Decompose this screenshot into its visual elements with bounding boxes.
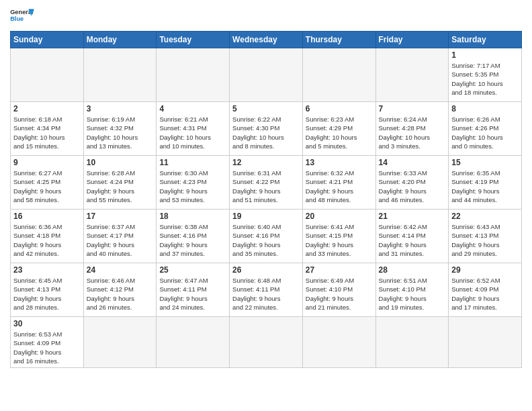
calendar-cell [157,48,230,102]
calendar-cell [302,317,375,368]
calendar-cell: 20Sunrise: 6:41 AM Sunset: 4:15 PM Dayli… [302,210,375,263]
day-info: Sunrise: 6:41 AM Sunset: 4:15 PM Dayligh… [306,222,373,258]
header: General Blue [10,7,522,27]
calendar-cell [83,48,157,102]
day-info: Sunrise: 6:32 AM Sunset: 4:21 PM Dayligh… [306,169,373,204]
day-info: Sunrise: 6:47 AM Sunset: 4:11 PM Dayligh… [159,276,226,312]
day-number: 12 [232,158,300,167]
calendar-cell: 24Sunrise: 6:46 AM Sunset: 4:12 PM Dayli… [83,263,157,317]
day-number: 21 [379,212,446,221]
calendar-cell: 11Sunrise: 6:30 AM Sunset: 4:23 PM Dayli… [157,156,230,210]
day-number: 14 [379,158,446,167]
day-number: 3 [87,104,154,113]
logo: General Blue [10,7,34,27]
day-number: 7 [379,104,446,113]
calendar-cell: 21Sunrise: 6:42 AM Sunset: 4:14 PM Dayli… [375,210,449,263]
day-info: Sunrise: 6:30 AM Sunset: 4:23 PM Dayligh… [159,169,226,204]
calendar-week-3: 16Sunrise: 6:36 AM Sunset: 4:18 PM Dayli… [11,210,522,263]
day-number: 18 [159,212,226,221]
day-info: Sunrise: 6:37 AM Sunset: 4:17 PM Dayligh… [87,222,154,258]
calendar-cell: 13Sunrise: 6:32 AM Sunset: 4:21 PM Dayli… [302,156,375,210]
day-info: Sunrise: 6:35 AM Sunset: 4:19 PM Dayligh… [451,169,519,204]
calendar-cell: 1Sunrise: 7:17 AM Sunset: 5:35 PM Daylig… [449,48,522,102]
day-number: 24 [87,265,154,275]
calendar-cell [230,48,303,102]
calendar-cell: 15Sunrise: 6:35 AM Sunset: 4:19 PM Dayli… [449,156,522,210]
day-number: 11 [159,158,226,167]
svg-text:Blue: Blue [10,15,24,22]
calendar-cell: 29Sunrise: 6:52 AM Sunset: 4:09 PM Dayli… [449,263,522,317]
day-number: 6 [306,104,373,113]
day-info: Sunrise: 6:26 AM Sunset: 4:26 PM Dayligh… [451,115,519,150]
day-info: Sunrise: 6:24 AM Sunset: 4:28 PM Dayligh… [379,115,446,150]
col-header-monday: Monday [83,32,157,48]
day-info: Sunrise: 6:31 AM Sunset: 4:22 PM Dayligh… [232,169,300,204]
day-number: 15 [451,158,519,167]
col-header-sunday: Sunday [11,32,84,48]
day-info: Sunrise: 6:46 AM Sunset: 4:12 PM Dayligh… [87,276,154,312]
day-info: Sunrise: 6:48 AM Sunset: 4:11 PM Dayligh… [232,276,300,312]
calendar-week-0: 1Sunrise: 7:17 AM Sunset: 5:35 PM Daylig… [11,48,522,102]
calendar-table: SundayMondayTuesdayWednesdayThursdayFrid… [10,31,522,368]
col-header-saturday: Saturday [449,32,522,48]
calendar-cell: 4Sunrise: 6:21 AM Sunset: 4:31 PM Daylig… [157,102,230,156]
day-number: 8 [451,104,519,113]
calendar-week-5: 30Sunrise: 6:53 AM Sunset: 4:09 PM Dayli… [11,317,522,368]
day-info: Sunrise: 6:23 AM Sunset: 4:29 PM Dayligh… [306,115,373,150]
calendar-cell: 9Sunrise: 6:27 AM Sunset: 4:25 PM Daylig… [11,156,84,210]
day-number: 23 [13,265,81,275]
day-info: Sunrise: 6:52 AM Sunset: 4:09 PM Dayligh… [451,276,519,312]
day-number: 10 [87,158,154,167]
day-number: 22 [451,212,519,221]
day-number: 5 [232,104,300,113]
day-number: 17 [87,212,154,221]
day-number: 28 [379,265,446,275]
col-header-thursday: Thursday [302,32,375,48]
calendar-cell: 27Sunrise: 6:49 AM Sunset: 4:10 PM Dayli… [302,263,375,317]
calendar-cell: 3Sunrise: 6:19 AM Sunset: 4:32 PM Daylig… [83,102,157,156]
calendar-cell: 19Sunrise: 6:40 AM Sunset: 4:16 PM Dayli… [230,210,303,263]
day-info: Sunrise: 6:36 AM Sunset: 4:18 PM Dayligh… [13,222,81,258]
calendar-week-4: 23Sunrise: 6:45 AM Sunset: 4:13 PM Dayli… [11,263,522,317]
day-info: Sunrise: 6:49 AM Sunset: 4:10 PM Dayligh… [306,276,373,312]
calendar-cell: 17Sunrise: 6:37 AM Sunset: 4:17 PM Dayli… [83,210,157,263]
calendar-cell [302,48,375,102]
calendar-cell: 8Sunrise: 6:26 AM Sunset: 4:26 PM Daylig… [449,102,522,156]
col-header-tuesday: Tuesday [157,32,230,48]
day-info: Sunrise: 7:17 AM Sunset: 5:35 PM Dayligh… [451,61,519,97]
calendar-cell: 26Sunrise: 6:48 AM Sunset: 4:11 PM Dayli… [230,263,303,317]
calendar-cell: 7Sunrise: 6:24 AM Sunset: 4:28 PM Daylig… [375,102,449,156]
calendar-cell: 30Sunrise: 6:53 AM Sunset: 4:09 PM Dayli… [11,317,84,368]
calendar-week-1: 2Sunrise: 6:18 AM Sunset: 4:34 PM Daylig… [11,102,522,156]
day-info: Sunrise: 6:28 AM Sunset: 4:24 PM Dayligh… [87,169,154,204]
day-number: 13 [306,158,373,167]
calendar-cell: 16Sunrise: 6:36 AM Sunset: 4:18 PM Dayli… [11,210,84,263]
calendar-cell: 25Sunrise: 6:47 AM Sunset: 4:11 PM Dayli… [157,263,230,317]
calendar-cell [375,317,449,368]
calendar-cell [83,317,157,368]
calendar-cell: 6Sunrise: 6:23 AM Sunset: 4:29 PM Daylig… [302,102,375,156]
day-info: Sunrise: 6:38 AM Sunset: 4:16 PM Dayligh… [159,222,226,258]
day-number: 29 [451,265,519,275]
day-number: 25 [159,265,226,275]
day-info: Sunrise: 6:33 AM Sunset: 4:20 PM Dayligh… [379,169,446,204]
day-info: Sunrise: 6:42 AM Sunset: 4:14 PM Dayligh… [379,222,446,258]
calendar-cell: 2Sunrise: 6:18 AM Sunset: 4:34 PM Daylig… [11,102,84,156]
calendar-cell: 14Sunrise: 6:33 AM Sunset: 4:20 PM Dayli… [375,156,449,210]
day-info: Sunrise: 6:40 AM Sunset: 4:16 PM Dayligh… [232,222,300,258]
calendar-cell: 5Sunrise: 6:22 AM Sunset: 4:30 PM Daylig… [230,102,303,156]
calendar-cell: 28Sunrise: 6:51 AM Sunset: 4:10 PM Dayli… [375,263,449,317]
day-number: 20 [306,212,373,221]
day-number: 26 [232,265,300,275]
day-number: 2 [13,104,81,113]
day-info: Sunrise: 6:43 AM Sunset: 4:13 PM Dayligh… [451,222,519,258]
day-number: 27 [306,265,373,275]
calendar-cell [449,317,522,368]
generalblue-logo-icon: General Blue [10,7,34,27]
day-number: 9 [13,158,81,167]
calendar-week-2: 9Sunrise: 6:27 AM Sunset: 4:25 PM Daylig… [11,156,522,210]
calendar-cell: 23Sunrise: 6:45 AM Sunset: 4:13 PM Dayli… [11,263,84,317]
day-number: 16 [13,212,81,221]
calendar-cell [11,48,84,102]
day-info: Sunrise: 6:53 AM Sunset: 4:09 PM Dayligh… [13,330,81,365]
